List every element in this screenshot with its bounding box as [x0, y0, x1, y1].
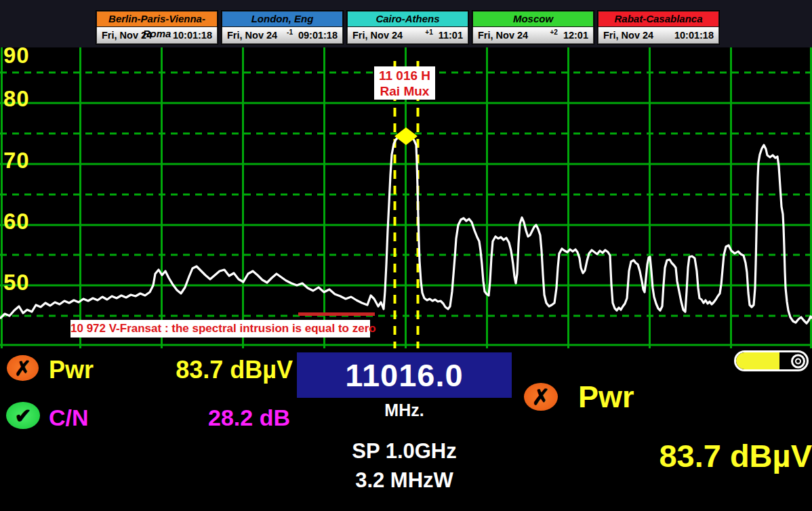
- bandwidth-label: 3.2 MHzW: [297, 468, 512, 493]
- clock-utc-offset: -1: [287, 28, 293, 36]
- annotation-text: 10 972 V-Fransat : the spectral intrusio…: [70, 320, 370, 338]
- toggle-knob-icon: [791, 354, 805, 368]
- clock-panels: Berlin-Paris-Vienna-Roma Fri, Nov 24 10:…: [96, 10, 720, 45]
- clock-panel-rabat: Rabat-Casablanca Fri, Nov 24 10:01:18: [597, 10, 720, 45]
- clock-panel-london: London, Eng Fri, Nov 24 -1 09:01:18: [221, 10, 344, 45]
- pwr2-cross-icon: ✗: [524, 383, 558, 411]
- annotation-underline: [298, 312, 375, 316]
- clock-date: Fri, Nov 24: [478, 30, 528, 41]
- y-axis-label-60: 60: [3, 210, 30, 232]
- clock-date: Fri, Nov 24: [102, 30, 152, 41]
- y-axis-label-80: 80: [3, 87, 30, 110]
- clock-time: 11:01: [439, 30, 463, 41]
- clock-date: Fri, Nov 24: [352, 30, 403, 41]
- center-frequency-display[interactable]: 11016.0: [297, 352, 512, 398]
- pwr-value: 83.7 dBµV: [122, 356, 293, 384]
- clock-utc-offset: +2: [550, 28, 558, 36]
- clock-time: 10:01:18: [674, 30, 714, 41]
- clock-city-label: Berlin-Paris-Vienna-Roma: [96, 11, 218, 27]
- pwr2-label: Pwr: [578, 380, 634, 415]
- toggle-fill: [736, 352, 779, 369]
- y-axis-label-50: 50: [3, 271, 30, 293]
- pwr-cross-icon: ✗: [7, 355, 39, 381]
- clock-date: Fri, Nov 24: [603, 30, 653, 41]
- cn-check-icon: ✔: [6, 402, 40, 429]
- pwr-label: Pwr: [49, 356, 94, 384]
- clock-panel-berlin: Berlin-Paris-Vienna-Roma Fri, Nov 24 10:…: [96, 10, 218, 45]
- clock-panel-cairo: Cairo-Athens Fri, Nov 24 +1 11:01: [346, 10, 469, 45]
- clock-panel-moscow: Moscow Fri, Nov 24 +2 12:01: [472, 10, 594, 45]
- clock-time: 10:01:18: [173, 30, 212, 41]
- clock-utc-offset: +1: [425, 28, 432, 36]
- power-toggle[interactable]: [734, 350, 809, 371]
- analyzer-screen: Berlin-Paris-Vienna-Roma Fri, Nov 24 10:…: [0, 0, 812, 511]
- cn-value: 28.2 dB: [122, 405, 290, 431]
- spectrum-chart: 90 80 70 60 50 11 016 H Rai Mux 10 972 V…: [0, 47, 812, 348]
- clock-city-label: Cairo-Athens: [347, 11, 468, 27]
- marker-frequency: 11 016 H: [374, 68, 435, 83]
- clock-time: 12:01: [563, 30, 588, 41]
- y-axis-label-90: 90: [3, 47, 30, 66]
- clock-city-label: Rabat-Casablanca: [598, 11, 719, 27]
- y-axis-label-70: 70: [3, 149, 30, 171]
- center-frequency-value: 11016.0: [345, 356, 463, 394]
- marker-mux-name: Rai Mux: [374, 83, 435, 99]
- readout-panel: ✗ Pwr 83.7 dBµV ✔ C/N 28.2 dB 11016.0 MH…: [0, 348, 812, 511]
- clock-city-label: Moscow: [472, 11, 594, 27]
- span-label: SP 1.0GHz: [297, 439, 512, 464]
- cn-label: C/N: [49, 405, 89, 431]
- pwr2-value: 83.7 dBµV: [561, 437, 812, 474]
- marker-label: 11 016 H Rai Mux: [374, 66, 435, 100]
- clock-city-label: London, Eng: [222, 11, 343, 27]
- clock-time: 09:01:18: [298, 30, 338, 41]
- frequency-unit-label: MHz.: [297, 401, 512, 420]
- clock-date: Fri, Nov 24: [227, 30, 277, 41]
- world-clock-bar: Berlin-Paris-Vienna-Roma Fri, Nov 24 10:…: [0, 0, 812, 47]
